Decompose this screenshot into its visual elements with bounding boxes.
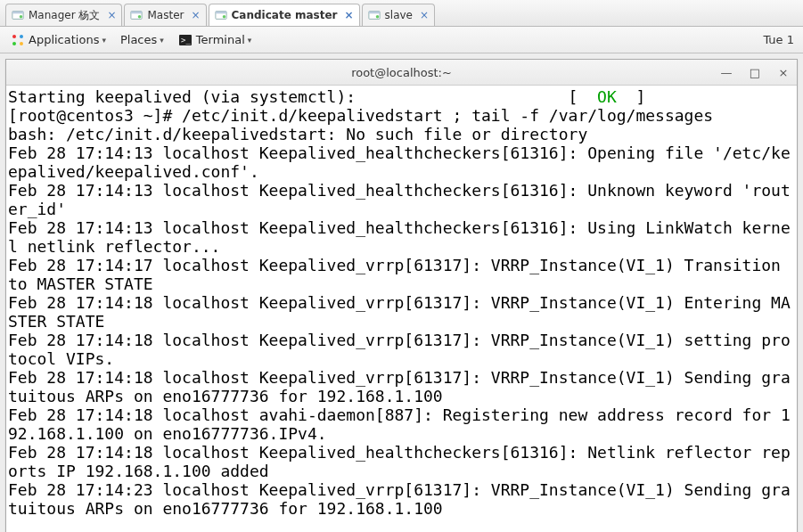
tab-label: slave bbox=[385, 9, 413, 21]
terminal-window: root@localhost:~ — □ × Starting keepaliv… bbox=[5, 59, 798, 532]
close-icon[interactable]: × bbox=[344, 10, 353, 20]
svg-point-2 bbox=[20, 15, 23, 19]
svg-rect-7 bbox=[215, 12, 225, 14]
close-icon[interactable]: × bbox=[191, 10, 200, 20]
terminal-title: root@localhost:~ bbox=[6, 66, 797, 79]
chevron-down-icon: ▾ bbox=[102, 36, 106, 45]
svg-point-15 bbox=[20, 42, 23, 45]
svg-point-11 bbox=[375, 15, 379, 19]
svg-point-13 bbox=[20, 35, 23, 38]
session-icon bbox=[368, 9, 381, 21]
tab-master[interactable]: Master × bbox=[124, 4, 206, 26]
tab-candidate-master[interactable]: Candicate master × bbox=[209, 4, 360, 26]
menu-applications[interactable]: Applications ▾ bbox=[5, 33, 111, 47]
close-icon[interactable]: × bbox=[107, 10, 116, 20]
session-icon bbox=[215, 9, 227, 21]
terminal-text-after-ok: ] [root@centos3 ~]# /etc/init.d/keepaliv… bbox=[8, 87, 791, 518]
menu-label: Places bbox=[120, 33, 157, 46]
svg-point-5 bbox=[138, 15, 142, 19]
maximize-button[interactable]: □ bbox=[747, 65, 763, 79]
svg-rect-4 bbox=[131, 12, 142, 14]
tab-label: Master bbox=[147, 9, 184, 21]
ok-status: OK bbox=[597, 87, 617, 106]
close-button[interactable]: × bbox=[775, 65, 791, 79]
session-tab-bar: Manager 杨文 × Master × Candicate master ×… bbox=[0, 0, 803, 27]
svg-point-14 bbox=[12, 42, 16, 45]
session-icon bbox=[12, 9, 24, 21]
tab-manager[interactable]: Manager 杨文 × bbox=[5, 4, 122, 26]
svg-point-12 bbox=[12, 35, 16, 38]
svg-text:>_: >_ bbox=[181, 36, 191, 45]
menu-label: Applications bbox=[29, 33, 99, 46]
terminal-body[interactable]: Starting keepalived (via systemctl): [ O… bbox=[6, 86, 797, 532]
menu-places[interactable]: Places ▾ bbox=[115, 33, 169, 46]
session-icon bbox=[130, 9, 143, 21]
svg-point-8 bbox=[222, 15, 225, 19]
desktop-menubar: Applications ▾ Places ▾ >_ Terminal ▾ Tu… bbox=[0, 27, 803, 53]
chevron-down-icon: ▾ bbox=[248, 36, 252, 45]
clock[interactable]: Tue 1 bbox=[763, 33, 798, 46]
menu-label: Terminal bbox=[196, 33, 245, 46]
menu-terminal[interactable]: >_ Terminal ▾ bbox=[173, 33, 257, 47]
applications-icon bbox=[11, 33, 25, 47]
minimize-button[interactable]: — bbox=[718, 65, 734, 79]
terminal-text-before-ok: Starting keepalived (via systemctl): [ bbox=[8, 87, 597, 106]
close-icon[interactable]: × bbox=[420, 10, 429, 20]
svg-rect-10 bbox=[368, 12, 379, 14]
terminal-icon: >_ bbox=[178, 33, 193, 47]
tab-label: Manager 杨文 bbox=[29, 8, 100, 23]
terminal-titlebar[interactable]: root@localhost:~ — □ × bbox=[6, 60, 797, 86]
svg-rect-1 bbox=[12, 12, 23, 14]
chevron-down-icon: ▾ bbox=[160, 36, 164, 45]
tab-label: Candicate master bbox=[232, 9, 338, 21]
tab-slave[interactable]: slave × bbox=[362, 4, 436, 26]
window-controls: — □ × bbox=[706, 60, 791, 85]
